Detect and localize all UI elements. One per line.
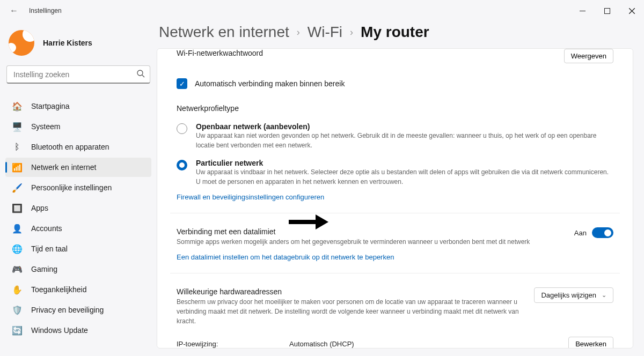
- sidebar-item-toegankelijkheid[interactable]: ✋Toegankelijkheid: [5, 280, 151, 299]
- row-auto-connect: ✓ Automatisch verbinding maken binnen be…: [157, 70, 633, 94]
- window-maximize-button[interactable]: [595, 0, 619, 21]
- sidebar-item-persoonlijk[interactable]: 🖌️Persoonlijke instellingen: [5, 178, 151, 197]
- settings-panel: Wi-Fi-netwerkwachtwoord Weergeven ✓ Auto…: [157, 48, 633, 348]
- show-password-button[interactable]: Weergeven: [564, 49, 613, 63]
- sidebar-item-startpagina[interactable]: 🏠Startpagina: [5, 97, 151, 116]
- sidebar-item-label: Systeem: [31, 122, 60, 131]
- sidebar-item-label: Toegankelijkheid: [31, 285, 87, 294]
- row-random-hw: Willekeurige hardwareadressen Bescherm u…: [157, 278, 633, 329]
- breadcrumb-current: My router: [361, 24, 429, 41]
- radio-private-network[interactable]: Particulier netwerk Uw apparaat is vindb…: [157, 153, 633, 190]
- radio-public-network[interactable]: Openbaar netwerk (aanbevolen) Uw apparaa…: [157, 117, 633, 153]
- windows-update-icon: 🔄: [12, 325, 23, 336]
- app-title: Instellingen: [29, 7, 62, 14]
- sidebar-item-apps[interactable]: 🔲Apps: [5, 198, 151, 218]
- metered-desc: Sommige apps werken mogelijk anders om h…: [177, 237, 530, 247]
- svg-point-4: [137, 70, 143, 76]
- gaming-icon: 🎮: [12, 264, 23, 275]
- sidebar-item-accounts[interactable]: 👤Accounts: [5, 219, 151, 238]
- nav: 🏠Startpagina🖥️SysteemᛒBluetooth en appar…: [5, 97, 151, 340]
- sidebar-item-tijd-taal[interactable]: 🌐Tijd en taal: [5, 239, 151, 258]
- radio-private-desc: Uw apparaat is vindbaar in het netwerk. …: [196, 167, 613, 187]
- sidebar-item-label: Netwerk en internet: [31, 163, 96, 172]
- search-input[interactable]: [6, 65, 150, 84]
- sidebar-item-label: Persoonlijke instellingen: [31, 183, 112, 192]
- divider: [170, 213, 620, 213]
- netwerk-icon: 📶: [12, 162, 23, 173]
- radio-public-desc: Uw apparaat kan niet worden gevonden op …: [196, 131, 613, 150]
- sidebar-item-bluetooth[interactable]: ᛒBluetooth en apparaten: [5, 137, 151, 157]
- profile-name: Harrie Kisters: [43, 39, 92, 47]
- random-hw-title: Willekeurige hardwareadressen: [177, 287, 520, 296]
- sidebar-item-gaming[interactable]: 🎮Gaming: [5, 259, 151, 279]
- svg-line-5: [142, 75, 144, 77]
- divider: [170, 273, 620, 273]
- wifi-password-label: Wi-Fi-netwerkwachtwoord: [177, 49, 553, 57]
- privacy-icon: 🛡️: [12, 305, 23, 315]
- bluetooth-icon: ᛒ: [12, 142, 23, 152]
- metered-toggle[interactable]: [592, 227, 613, 238]
- row-metered: Verbinding met een datalimiet Sommige ap…: [157, 218, 633, 250]
- sidebar-item-label: Privacy en beveiliging: [31, 306, 104, 314]
- chevron-right-icon: ›: [350, 27, 353, 38]
- radio-private-label: Particulier netwerk: [196, 159, 613, 167]
- avatar: [9, 30, 34, 56]
- tijd-taal-icon: 🌐: [12, 243, 23, 254]
- apps-icon: 🔲: [12, 203, 23, 213]
- row-ip-assignment: IP-toewijzing: Automatisch (DHCP) Bewerk…: [157, 329, 633, 348]
- sidebar-item-label: Accounts: [31, 224, 62, 233]
- metered-title: Verbinding met een datalimiet: [177, 227, 530, 236]
- sidebar-item-label: Gaming: [31, 265, 57, 273]
- search-icon[interactable]: [137, 70, 145, 79]
- toegankelijkheid-icon: ✋: [12, 284, 23, 295]
- content-area: Netwerk en internet › Wi-Fi › My router …: [157, 21, 644, 356]
- sidebar-item-systeem[interactable]: 🖥️Systeem: [5, 117, 151, 136]
- persoonlijk-icon: 🖌️: [12, 182, 23, 193]
- sidebar-item-label: Windows Update: [31, 326, 88, 335]
- sidebar-item-label: Apps: [31, 204, 48, 212]
- data-limit-link[interactable]: Een datalimiet instellen om het datagebr…: [157, 250, 633, 269]
- radio-private[interactable]: [177, 160, 187, 170]
- profile[interactable]: Harrie Kisters: [5, 27, 151, 65]
- breadcrumb: Netwerk en internet › Wi-Fi › My router: [157, 24, 633, 48]
- sidebar-item-privacy[interactable]: 🛡️Privacy en beveiliging: [5, 300, 151, 320]
- ip-edit-button[interactable]: Bewerken: [568, 337, 613, 348]
- svg-rect-1: [604, 8, 610, 13]
- sidebar-item-windows-update[interactable]: 🔄Windows Update: [5, 321, 151, 340]
- auto-connect-checkbox[interactable]: ✓: [177, 78, 187, 89]
- chevron-right-icon: ›: [297, 27, 300, 38]
- random-hw-dropdown[interactable]: Dagelijks wijzigen ⌄: [534, 287, 613, 303]
- profile-type-heading: Netwerkprofieltype: [157, 94, 633, 117]
- window-close-button[interactable]: [619, 0, 644, 21]
- titlebar: ← Instellingen: [0, 0, 644, 21]
- sidebar-item-label: Bluetooth en apparaten: [31, 143, 109, 151]
- sidebar: Harrie Kisters 🏠Startpagina🖥️SysteemᛒBlu…: [0, 21, 157, 356]
- sidebar-item-label: Startpagina: [31, 102, 70, 110]
- metered-toggle-label: Aan: [574, 229, 587, 237]
- radio-public[interactable]: [177, 123, 187, 134]
- firewall-link[interactable]: Firewall en beveiligingsinstellingen con…: [157, 190, 633, 209]
- sidebar-item-label: Tijd en taal: [31, 244, 68, 253]
- radio-public-label: Openbaar netwerk (aanbevolen): [196, 122, 613, 131]
- random-hw-value: Dagelijks wijzigen: [541, 291, 596, 299]
- ip-val: Automatisch (DHCP): [289, 340, 568, 348]
- ip-key: IP-toewijzing:: [177, 340, 289, 348]
- auto-connect-label: Automatisch verbinding maken binnen bere…: [195, 79, 345, 88]
- sidebar-item-netwerk[interactable]: 📶Netwerk en internet: [5, 158, 151, 177]
- breadcrumb-netwerk[interactable]: Netwerk en internet: [159, 24, 289, 41]
- row-wifi-password: Wi-Fi-netwerkwachtwoord Weergeven: [157, 49, 633, 70]
- accounts-icon: 👤: [12, 223, 23, 234]
- breadcrumb-wifi[interactable]: Wi-Fi: [308, 24, 342, 41]
- systeem-icon: 🖥️: [12, 121, 23, 132]
- chevron-down-icon: ⌄: [602, 292, 606, 299]
- startpagina-icon: 🏠: [12, 101, 23, 112]
- back-button[interactable]: ←: [10, 6, 19, 16]
- window-minimize-button[interactable]: [570, 0, 595, 21]
- random-hw-desc: Bescherm uw privacy door het moeilijker …: [177, 297, 520, 326]
